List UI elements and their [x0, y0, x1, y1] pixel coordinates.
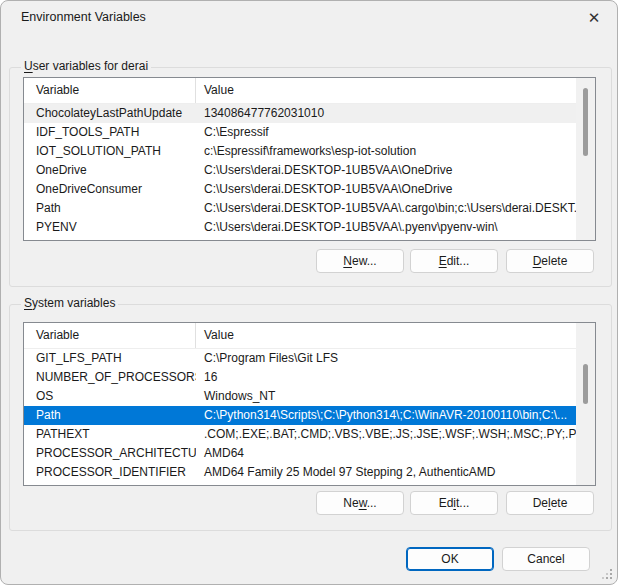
value-cell: AMD64 Family 25 Model 97 Stepping 2, Aut… [196, 463, 576, 482]
label-key: w [359, 496, 367, 510]
value-cell: C:\Espressif [196, 123, 576, 142]
table-row[interactable]: GIT_LFS_PATH C:\Program Files\Git LFS [24, 349, 576, 368]
user-new-button[interactable]: New... [316, 249, 404, 273]
label-key: S [24, 296, 32, 310]
value-cell: C:\Python314\Scripts\;C:\Python314\;C:\W… [196, 406, 576, 425]
label-key: N [343, 254, 352, 268]
table-body: ChocolateyLastPathUpdate 134086477762031… [24, 104, 576, 237]
variable-cell: NUMBER_OF_PROCESSORS [24, 368, 196, 387]
variable-cell: IDF_TOOLS_PATH [24, 123, 196, 142]
label-post: dit... [447, 254, 470, 268]
label-pre: Ed [439, 496, 454, 510]
variable-cell: GIT_LFS_PATH [24, 349, 196, 368]
table-row[interactable]: IDF_TOOLS_PATH C:\Espressif [24, 123, 576, 142]
value-cell: Windows_NT [196, 387, 576, 406]
table-row-selected[interactable]: Path C:\Python314\Scripts\;C:\Python314\… [24, 406, 576, 425]
label-key: D [533, 254, 542, 268]
system-edit-button[interactable]: Edit... [410, 491, 498, 515]
label-post: elete [541, 254, 567, 268]
close-icon[interactable]: ✕ [582, 7, 606, 29]
value-cell: C:\Users\derai.DESKTOP-1UB5VAA\.pyenv\py… [196, 218, 576, 237]
variable-cell: OneDrive [24, 161, 196, 180]
column-header-value[interactable]: Value [196, 323, 576, 348]
value-cell: C:\Users\derai.DESKTOP-1UB5VAA\OneDrive [196, 161, 576, 180]
user-delete-button[interactable]: Delete [506, 249, 594, 273]
variable-cell: PATHEXT [24, 425, 196, 444]
value-cell: .COM;.EXE;.BAT;.CMD;.VBS;.VBE;.JS;.JSE;.… [196, 425, 576, 444]
value-cell: c:\Espressif\frameworks\esp-iot-solution [196, 142, 576, 161]
scrollbar-thumb[interactable] [583, 364, 588, 404]
variable-cell: ChocolateyLastPathUpdate [24, 104, 196, 123]
variable-cell: Path [24, 406, 196, 425]
vertical-scrollbar[interactable] [576, 323, 595, 485]
table-body: GIT_LFS_PATH C:\Program Files\Git LFS NU… [24, 349, 576, 482]
variable-cell: IOT_SOLUTION_PATH [24, 142, 196, 161]
table-row[interactable]: PROCESSOR_IDENTIFIER AMD64 Family 25 Mod… [24, 463, 576, 482]
label-post: ser variables for derai [33, 59, 148, 73]
table-row[interactable]: PROCESSOR_ARCHITECTURE AMD64 [24, 444, 576, 463]
table-row[interactable]: OneDrive C:\Users\derai.DESKTOP-1UB5VAA\… [24, 161, 576, 180]
system-variables-group-label: System variables [21, 296, 118, 310]
label-key: E [439, 254, 447, 268]
table-row[interactable]: PATHEXT .COM;.EXE;.BAT;.CMD;.VBS;.VBE;.J… [24, 425, 576, 444]
table-row[interactable]: OneDriveConsumer C:\Users\derai.DESKTOP-… [24, 180, 576, 199]
label-post: ystem variables [32, 296, 115, 310]
table-row[interactable]: PYENV C:\Users\derai.DESKTOP-1UB5VAA\.py… [24, 218, 576, 237]
window-title: Environment Variables [21, 10, 146, 24]
value-cell: C:\Users\derai.DESKTOP-1UB5VAA\.cargo\bi… [196, 199, 576, 218]
system-delete-button[interactable]: Delete [506, 491, 594, 515]
label-post: ete [551, 496, 568, 510]
table-row[interactable]: OS Windows_NT [24, 387, 576, 406]
resize-grip-icon[interactable] [602, 569, 613, 580]
label-post: t... [456, 496, 469, 510]
table-header: Variable Value [24, 78, 576, 104]
variable-cell: PROCESSOR_ARCHITECTURE [24, 444, 196, 463]
label-pre: Ne [343, 496, 358, 510]
variable-cell: PYENV [24, 218, 196, 237]
label-post: ... [367, 496, 377, 510]
table-row[interactable]: Path C:\Users\derai.DESKTOP-1UB5VAA\.car… [24, 199, 576, 218]
label-pre: De [533, 496, 548, 510]
table-row[interactable]: IOT_SOLUTION_PATH c:\Espressif\framework… [24, 142, 576, 161]
label-key: U [24, 59, 33, 73]
environment-variables-dialog: Environment Variables ✕ User variables f… [0, 0, 618, 585]
label-post: ew... [352, 254, 377, 268]
value-cell: 16 [196, 368, 576, 387]
value-cell: C:\Program Files\Git LFS [196, 349, 576, 368]
vertical-scrollbar[interactable] [576, 78, 595, 240]
variable-cell: PROCESSOR_IDENTIFIER [24, 463, 196, 482]
title-bar[interactable]: Environment Variables ✕ [1, 1, 617, 33]
table-header: Variable Value [24, 323, 576, 349]
column-header-value[interactable]: Value [196, 78, 576, 103]
ok-button[interactable]: OK [406, 547, 494, 571]
table-row[interactable]: ChocolateyLastPathUpdate 134086477762031… [24, 104, 576, 123]
variable-cell: OneDriveConsumer [24, 180, 196, 199]
system-variables-table: Variable Value GIT_LFS_PATH C:\Program F… [23, 322, 596, 486]
user-variables-table: Variable Value ChocolateyLastPathUpdate … [23, 77, 596, 241]
variable-cell: Path [24, 199, 196, 218]
column-header-variable[interactable]: Variable [24, 78, 196, 103]
column-header-variable[interactable]: Variable [24, 323, 196, 348]
cancel-button[interactable]: Cancel [502, 547, 590, 571]
system-new-button[interactable]: New... [316, 491, 404, 515]
value-cell: C:\Users\derai.DESKTOP-1UB5VAA\OneDrive [196, 180, 576, 199]
table-row[interactable]: NUMBER_OF_PROCESSORS 16 [24, 368, 576, 387]
variable-cell: OS [24, 387, 196, 406]
user-variables-group-label: User variables for derai [21, 59, 151, 73]
scrollbar-thumb[interactable] [583, 88, 588, 156]
user-edit-button[interactable]: Edit... [410, 249, 498, 273]
value-cell: AMD64 [196, 444, 576, 463]
value-cell: 134086477762031010 [196, 104, 576, 123]
